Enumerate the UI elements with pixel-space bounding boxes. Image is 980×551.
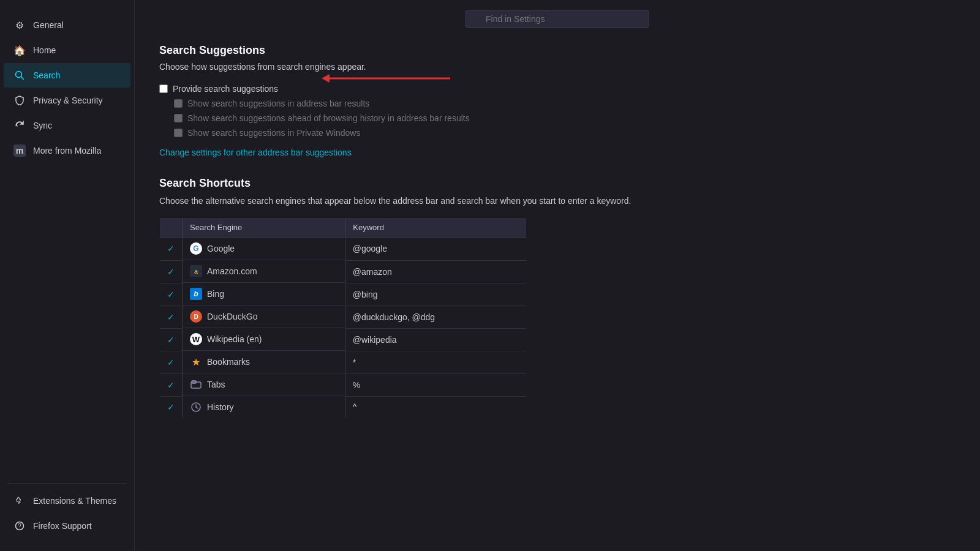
sidebar-item-label: Extensions & Themes: [33, 496, 116, 506]
checkbox-provide: Provide search suggestions: [159, 81, 662, 96]
ahead-checkbox[interactable]: [174, 114, 183, 122]
puzzle-icon: [13, 495, 26, 507]
history-icon: [190, 401, 202, 413]
row-check-cell: ✓: [160, 260, 183, 283]
bing-icon: b: [190, 288, 202, 300]
google-icon: G: [190, 242, 202, 255]
sidebar-item-label: General: [33, 20, 64, 30]
sidebar-item-support[interactable]: ? Firefox Support: [4, 514, 130, 538]
row-name-cell: WWikipedia (en): [183, 328, 345, 351]
top-search-area: 🔍: [135, 0, 980, 38]
sidebar-bottom: Extensions & Themes ? Firefox Support: [0, 478, 134, 539]
row-check-cell: ✓: [160, 328, 183, 351]
sidebar-item-extensions[interactable]: Extensions & Themes: [4, 489, 130, 513]
row-checkmark: ✓: [167, 312, 175, 322]
row-name-cell: DDuckDuckGo: [183, 305, 345, 328]
row-check-cell: ✓: [160, 305, 183, 328]
main-content: 🔍 Search Suggestions Choose how suggesti…: [135, 0, 980, 551]
checkbox-private: Show search suggestions in Private Windo…: [159, 126, 662, 140]
engine-name: Wikipedia (en): [207, 334, 262, 344]
private-checkbox[interactable]: [174, 129, 183, 137]
search-suggestions-section: Search Suggestions Choose how suggestion…: [159, 44, 662, 157]
table-row: ✓GGoogle@google: [160, 238, 527, 261]
row-keyword-cell: ^: [345, 396, 527, 419]
search-suggestions-title: Search Suggestions: [159, 44, 662, 57]
row-name-cell: Tabs: [183, 373, 345, 396]
change-settings-link[interactable]: Change settings for other address bar su…: [159, 148, 352, 157]
address-bar-checkbox[interactable]: [174, 99, 183, 108]
sidebar-item-label: More from Mozilla: [33, 146, 101, 156]
svg-text:?: ?: [18, 523, 21, 530]
row-keyword-cell: @duckduckgo, @ddg: [345, 305, 527, 328]
row-checkmark: ✓: [167, 335, 175, 345]
search-suggestions-desc: Choose how suggestions from search engin…: [159, 62, 662, 72]
provide-label: Provide search suggestions: [173, 84, 278, 94]
sidebar-item-label: Privacy & Security: [33, 96, 103, 105]
provide-checkbox[interactable]: [159, 84, 168, 93]
row-check-cell: ✓: [160, 373, 183, 396]
row-keyword-cell: @bing: [345, 283, 527, 305]
table-row: ✓★Bookmarks*: [160, 351, 527, 373]
row-checkmark: ✓: [167, 244, 175, 253]
sidebar-item-privacy[interactable]: Privacy & Security: [4, 88, 130, 113]
sidebar-item-sync[interactable]: Sync: [4, 113, 130, 138]
row-checkmark: ✓: [167, 380, 175, 390]
engine-name: Bing: [207, 289, 224, 299]
engine-name: Bookmarks: [207, 357, 250, 367]
shield-icon: [13, 94, 26, 107]
row-check-cell: ✓: [160, 351, 183, 373]
sidebar-item-more[interactable]: m More from Mozilla: [4, 138, 130, 163]
row-name-cell: aAmazon.com: [183, 260, 345, 283]
sidebar-divider: [7, 483, 127, 484]
bookmarks-icon: ★: [190, 356, 202, 368]
engine-name: Tabs: [207, 380, 225, 389]
svg-line-1: [21, 77, 24, 80]
sidebar-item-general[interactable]: ⚙ General: [4, 13, 130, 37]
row-keyword-cell: @amazon: [345, 260, 527, 283]
table-row: ✓History^: [160, 396, 527, 419]
engine-name: Google: [207, 244, 235, 253]
row-name-cell: GGoogle: [183, 238, 345, 260]
row-check-cell: ✓: [160, 283, 183, 305]
sidebar: ⚙ General 🏠 Home Search Privacy & Securi…: [0, 0, 135, 551]
table-header-keyword: Keyword: [345, 218, 527, 238]
row-checkmark: ✓: [167, 358, 175, 367]
search-shortcuts-desc: Choose the alternative search engines th…: [159, 195, 662, 208]
engine-name: DuckDuckGo: [207, 312, 257, 321]
sidebar-item-search[interactable]: Search: [4, 63, 130, 88]
search-shortcuts-title: Search Shortcuts: [159, 177, 662, 190]
table-row: ✓WWikipedia (en)@wikipedia: [160, 328, 527, 351]
row-check-cell: ✓: [160, 238, 183, 261]
table-header-engine: Search Engine: [183, 218, 345, 238]
engine-name: History: [207, 402, 234, 412]
row-check-cell: ✓: [160, 396, 183, 419]
sidebar-item-label: Sync: [33, 121, 52, 130]
row-checkmark: ✓: [167, 402, 175, 412]
gear-icon: ⚙: [13, 19, 26, 31]
table-row: ✓Tabs%: [160, 373, 527, 396]
address-bar-label: Show search suggestions in address bar r…: [187, 99, 369, 108]
engine-name: Amazon.com: [207, 266, 257, 276]
row-keyword-cell: *: [345, 351, 527, 373]
table-row: ✓bBing@bing: [160, 283, 527, 305]
search-icon: [13, 69, 26, 81]
find-settings-input[interactable]: [466, 10, 649, 28]
mozilla-icon: m: [13, 144, 26, 157]
svg-line-12: [196, 407, 198, 408]
sidebar-item-label: Search: [33, 70, 60, 80]
shortcuts-table: Search Engine Keyword ✓GGoogle@google✓aA…: [159, 217, 527, 419]
checkbox-address-bar: Show search suggestions in address bar r…: [159, 96, 662, 111]
private-label: Show search suggestions in Private Windo…: [187, 128, 360, 138]
row-keyword-cell: @google: [345, 238, 527, 261]
row-name-cell: History: [183, 396, 345, 418]
sync-icon: [13, 119, 26, 132]
row-checkmark: ✓: [167, 290, 175, 299]
sidebar-item-label: Home: [33, 45, 56, 55]
table-row: ✓DDuckDuckGo@duckduckgo, @ddg: [160, 305, 527, 328]
row-keyword-cell: %: [345, 373, 527, 396]
table-row: ✓aAmazon.com@amazon: [160, 260, 527, 283]
sidebar-item-home[interactable]: 🏠 Home: [4, 38, 130, 62]
svg-text:D: D: [194, 313, 198, 320]
row-name-cell: bBing: [183, 283, 345, 305]
find-settings-wrapper: 🔍: [466, 10, 649, 28]
